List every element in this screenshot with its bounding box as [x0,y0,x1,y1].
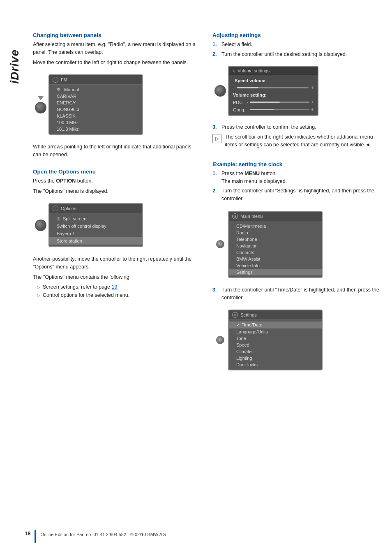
volume-screen-header: ♫ Volume settings [229,67,318,75]
options-icon: ♫ [53,206,58,211]
main-menu-screen: ◪ Main menu CD/Multimedia Radio Telephon… [228,211,323,278]
list-item: CARIVARI [49,93,142,99]
adjusting-step3: 3. Press the controller to confirm the s… [212,123,380,131]
section-setting-clock: Example: setting the clock 1. Press the … [212,154,380,379]
main-menu-title: Main menu [240,214,263,219]
list-item: Speed volume [229,77,318,84]
controller-knob-area [33,96,48,113]
changing-panels-para2: Move the controller to the left or right… [33,59,200,67]
list-item: Speed [229,342,322,348]
fm-screen-title: FM [61,77,67,82]
volume-screen-title: Volume settings [238,68,270,73]
controller-knob-4: ⚙ [216,240,224,248]
scroll-note-text: The scroll bar on the right side indicat… [225,133,380,149]
list-item: 1. Press the MENU button. The main menu … [212,170,380,185]
settings-screen: ⚙ Settings ✓Time/Date Language/Units Ton… [228,310,323,370]
options-screen: ♫ Options ◫ Split screen Switch off cont… [48,203,143,247]
settings-icon: ⚙ [232,312,238,318]
list-item: Door locks [229,361,322,368]
settings-screen-container: ⚙ ⚙ Settings ✓Time/Date Language/Units T… [212,305,380,375]
options-press-option: Press the OPTION button. [33,177,200,185]
idrive-logo: iDrive [8,49,21,84]
footer-text: Online Edition for Part no. 01 41 2 604 … [40,530,166,537]
fm-screen: ♫ FM 🔍 Manual CARIVARI ENERGY GONG96.3 K… [48,74,143,135]
split-screen-icon: ◫ [57,217,60,221]
list-item: Tone [229,335,322,342]
menu-button-label: MENU [244,171,260,176]
list-item: Store station [49,237,142,245]
pdc-slider [250,102,309,103]
controller-knob-3 [214,85,226,97]
list-item: Lighting [229,355,322,361]
volume-knob-area [212,85,228,97]
list-item: ✓Time/Date [229,321,322,328]
list-item: Screen settings, refer to page 19. [37,284,200,291]
option-button-label: OPTION [56,178,76,184]
changing-panels-heading: Changing between panels [33,32,200,38]
section-changing-panels: Changing between panels After selecting … [33,25,200,161]
list-item: KLASSIK [49,113,142,119]
page-number: 18 [25,530,30,536]
list-item: ◫ Split screen [49,215,142,222]
fm-screen-container: ♫ FM 🔍 Manual CARIVARI ENERGY GONG96.3 K… [33,70,200,139]
list-item: 3. Press the controller to confirm the s… [212,123,380,131]
list-item: Navigation [229,243,322,249]
list-item: Language/Units [229,328,322,335]
section-options-menu: Open the Options menu Press the OPTION b… [33,161,200,302]
search-icon: 🔍 [57,88,62,92]
main-menu-icon: ◪ [232,213,238,219]
list-item: PDC - + [229,99,318,106]
list-item: Control options for the selected menu. [37,292,200,299]
controller-knob-2 [35,220,46,231]
arrow-down-icon [38,96,44,100]
fm-screen-header: ♫ FM [49,75,142,85]
list-item: Telephone [229,236,322,243]
list-item: 1. Select a field. [212,41,380,49]
controller-knob [35,102,46,113]
list-item: Climate [229,348,322,355]
volume-icon: ♫ [232,68,235,73]
list-item: Bayern 1 [49,230,142,237]
volume-screen-body: Speed volume - + Volume setting: [229,75,318,115]
list-item: 100.0 MHz [49,119,142,126]
footer-divider [35,530,36,543]
options-screen-header: ♫ Options [49,204,142,213]
main-menu-screen-container: ⚙ ◪ Main menu CD/Multimedia Radio Teleph… [212,207,380,282]
clock-steps-1-2: 1. Press the MENU button. The main menu … [212,170,380,203]
options-screen-title: Options [61,206,76,211]
scroll-arrow-icon [212,134,221,143]
checkmark-icon: ✓ [236,322,240,327]
list-item: 3. Turn the controller until "Time/Date"… [212,286,380,302]
list-item: 2. Turn the controller until "Settings" … [212,187,380,203]
list-item: Volume setting: [229,91,318,99]
controller-knob-5: ⚙ [216,336,224,344]
page-link-19[interactable]: 19 [111,284,117,290]
list-item: 101.3 MHz [49,126,142,132]
list-item: CD/Multimedia [229,223,322,229]
settings-header: ⚙ Settings [229,310,322,320]
adjusting-steps: 1. Select a field. 2. Turn the controlle… [212,41,380,58]
adjusting-settings-heading: Adjusting settings [212,32,380,38]
speed-volume-slider [237,87,309,88]
main-menu-knob-area: ⚙ [212,240,228,248]
settings-knob-area: ⚙ [212,336,228,344]
options-menu-heading: Open the Options menu [33,169,200,175]
list-item: ENERGY [49,99,142,106]
options-another-possibility: Another possibility: move the controller… [33,255,200,271]
changing-panels-para3: White arrows pointing to the left or rig… [33,143,200,159]
main-menu-header: ◪ Main menu [229,212,322,221]
changing-panels-para1: After selecting a menu item, e.g. "Radio… [33,41,200,56]
options-bullets: Screen settings, refer to page 19. Contr… [37,284,200,299]
gong-slider [250,109,309,110]
right-column: Adjusting settings 1. Select a field. 2.… [212,25,380,379]
scroll-indicator-note: The scroll bar on the right side indicat… [212,133,380,151]
clock-step3: 3. Turn the controller until "Time/Date"… [212,286,380,302]
list-item: 2. Turn the controller until the desired… [212,51,380,58]
section-adjusting-settings: Adjusting settings 1. Select a field. 2.… [212,25,380,154]
list-item: Settings [229,269,322,275]
list-item: Gong - + [229,106,318,113]
list-item: Contacts [229,249,322,256]
fm-screen-body: 🔍 Manual CARIVARI ENERGY GONG96.3 KLASSI… [49,85,142,134]
options-screen-body: ◫ Split screen Switch off control displa… [49,213,142,246]
settings-body: ✓Time/Date Language/Units Tone Speed Cli… [229,320,322,370]
